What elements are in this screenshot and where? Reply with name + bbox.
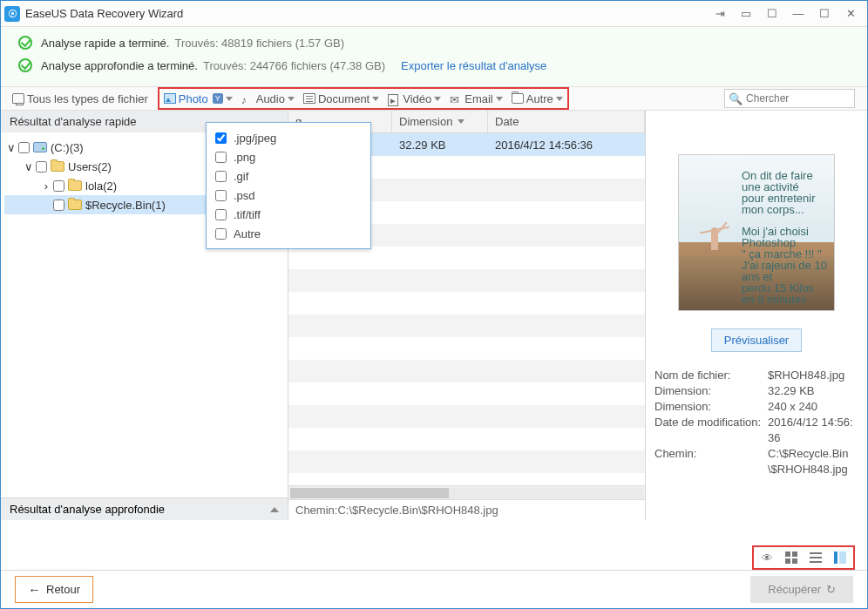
quick-scan-label: Analyse rapide a terminé. xyxy=(41,37,169,50)
tree-checkbox[interactable] xyxy=(36,161,47,173)
horizontal-scrollbar[interactable] xyxy=(288,485,645,499)
expand-spacer xyxy=(41,200,51,210)
email-icon xyxy=(450,93,462,104)
meta-val-filename: $RHOH848.jpg xyxy=(768,368,858,383)
meta-key-dimensions: Dimension: xyxy=(654,399,768,415)
view-preview-icon[interactable] xyxy=(759,551,775,565)
chevron-down-icon xyxy=(434,97,441,101)
scrollbar-thumb[interactable] xyxy=(290,488,449,498)
dropdown-checkbox[interactable] xyxy=(215,132,227,144)
meta-val-path: C:\$Recycle.Bin\$RHOH848.jpg xyxy=(768,446,858,477)
tree-label-recycle: $Recycle.Bin(1) xyxy=(85,199,166,212)
file-type-filter-bar: Tous les types de fichier Photo Y Audio … xyxy=(1,86,867,111)
back-label: Retour xyxy=(46,583,80,596)
filter-all[interactable]: Tous les types de fichier xyxy=(8,89,153,108)
title-bar: ⦿ EaseUS Data Recovery Wizard ⇥ ▭ ☐ — ☐ … xyxy=(1,1,867,27)
app-logo-icon: ⦿ xyxy=(4,6,20,22)
close-button[interactable]: ✕ xyxy=(837,1,864,27)
maximize-button[interactable]: ☐ xyxy=(811,1,837,27)
deep-results-header[interactable]: Résultat d'analyse approfondie xyxy=(1,497,288,520)
recover-button[interactable]: Récupérer ↻ xyxy=(750,576,853,603)
dropdown-checkbox[interactable] xyxy=(215,190,227,201)
col-header-date[interactable]: Date xyxy=(488,111,645,132)
filter-active-icon: Y xyxy=(213,93,223,104)
filter-email[interactable]: Email xyxy=(445,89,507,108)
dropdown-item-jpg[interactable]: .jpg/jpeg xyxy=(215,128,362,147)
chevron-down-icon xyxy=(372,97,379,101)
folder-icon xyxy=(51,161,64,172)
filter-audio[interactable]: Audio xyxy=(237,89,299,108)
view-detail-icon[interactable] xyxy=(832,551,848,565)
photo-icon xyxy=(164,93,176,104)
settings-icon[interactable]: ☐ xyxy=(759,1,785,27)
search-box[interactable]: 🔍 xyxy=(724,89,855,108)
filter-other-label: Autre xyxy=(526,92,553,105)
collapse-icon[interactable]: ∨ xyxy=(6,142,17,152)
filter-all-label: Tous les types de fichier xyxy=(27,92,148,105)
collapse-icon[interactable]: ∨ xyxy=(24,161,34,172)
filter-other[interactable]: Autre xyxy=(507,89,567,108)
highlighted-filter-group: Photo Y Audio Document Vidéo Email Autre xyxy=(158,87,569,110)
view-mode-toolbar xyxy=(752,545,855,570)
scan-summary: Analyse rapide a terminé. Trouvés: 48819… xyxy=(1,27,867,86)
meta-key-filename: Nom de fichier: xyxy=(654,368,768,383)
dropdown-item-other[interactable]: Autre xyxy=(215,224,362,243)
tree-label-lola: lola(2) xyxy=(85,179,117,193)
dropdown-checkbox[interactable] xyxy=(215,152,227,163)
quick-scan-summary-row: Analyse rapide a terminé. Trouvés: 48819… xyxy=(18,36,855,50)
preview-thumbnail: On dit de faire une activité pour entret… xyxy=(678,154,835,311)
checkmark-icon xyxy=(18,58,32,72)
filter-photo[interactable]: Photo Y xyxy=(159,89,237,108)
col-header-dimension[interactable]: Dimension xyxy=(392,111,488,132)
tree-checkbox[interactable] xyxy=(18,142,30,153)
audio-icon xyxy=(241,93,254,104)
meta-val-dimensions: 240 x 240 xyxy=(768,399,858,415)
meta-key-modified: Date de modification: xyxy=(654,415,768,446)
dropdown-item-png[interactable]: .png xyxy=(215,147,362,166)
photo-filter-dropdown: .jpg/jpeg .png .gif .psd .tif/tiff Autre xyxy=(206,122,371,249)
chevron-down-icon xyxy=(288,97,295,101)
path-value: C:\$Recycle.Bin\$RHOH848.jpg xyxy=(337,504,498,517)
share-icon[interactable]: ⇥ xyxy=(707,1,733,27)
dropdown-item-psd[interactable]: .psd xyxy=(215,186,362,205)
dropdown-checkbox[interactable] xyxy=(215,209,227,220)
view-list-icon[interactable] xyxy=(808,551,824,565)
dropdown-checkbox[interactable] xyxy=(215,228,227,240)
export-results-link[interactable]: Exporter le résultat d'analyse xyxy=(401,59,546,72)
deep-scan-label: Analyse approfondie a terminé. xyxy=(41,59,198,72)
minimize-button[interactable]: — xyxy=(785,1,811,27)
cell-dimension: 32.29 KB xyxy=(392,139,488,152)
tree-checkbox[interactable] xyxy=(53,180,64,192)
path-prefix: Chemin: xyxy=(295,504,337,517)
dropdown-item-gif[interactable]: .gif xyxy=(215,166,362,186)
filter-video[interactable]: Vidéo xyxy=(383,89,445,108)
view-grid-icon[interactable] xyxy=(783,551,799,565)
expand-icon[interactable]: › xyxy=(41,180,51,191)
deep-scan-found: Trouvés: 244766 fichiers (47.38 GB) xyxy=(203,59,385,72)
dropdown-checkbox[interactable] xyxy=(215,171,227,182)
dropdown-item-tif[interactable]: .tif/tiff xyxy=(215,205,362,224)
preview-button[interactable]: Prévisualiser xyxy=(711,328,802,352)
video-icon xyxy=(388,93,400,104)
chevron-down-icon xyxy=(556,97,563,101)
search-input[interactable] xyxy=(746,92,842,105)
path-bar: Chemin: C:\$Recycle.Bin\$RHOH848.jpg xyxy=(288,499,645,520)
quick-scan-found: Trouvés: 48819 fichiers (1.57 GB) xyxy=(174,37,344,50)
preview-panel: On dit de faire une activité pour entret… xyxy=(646,111,867,520)
app-title: EaseUS Data Recovery Wizard xyxy=(25,7,183,20)
chevron-down-icon xyxy=(496,97,503,101)
feedback-icon[interactable]: ▭ xyxy=(733,1,759,27)
back-button[interactable]: ← Retour xyxy=(15,576,93,603)
tree-label-drive: (C:)(3) xyxy=(51,141,84,154)
tree-checkbox[interactable] xyxy=(53,200,64,211)
chevron-down-icon xyxy=(458,119,465,124)
filter-document[interactable]: Document xyxy=(299,89,383,108)
search-icon: 🔍 xyxy=(729,92,743,105)
meta-val-size: 32.29 KB xyxy=(768,383,858,399)
chevron-down-icon xyxy=(226,97,233,101)
meta-key-path: Chemin: xyxy=(654,446,768,477)
meta-val-modified: 2016/4/12 14:56:36 xyxy=(768,415,858,446)
file-metadata: Nom de fichier:$RHOH848.jpg Dimension:32… xyxy=(654,368,858,477)
folder-icon xyxy=(68,200,82,210)
main-area: Résultat d'analyse rapide ∨ (C:)(3) ∨ Us… xyxy=(1,111,867,520)
